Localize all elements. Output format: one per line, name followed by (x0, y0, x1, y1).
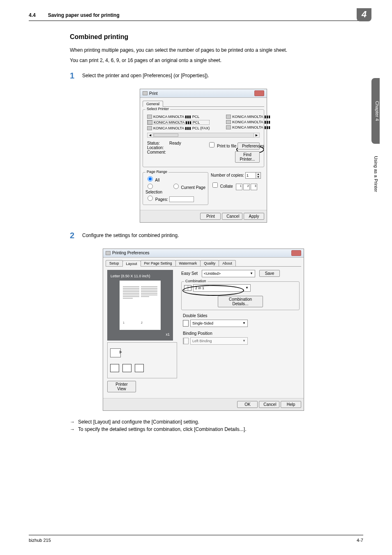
collate-checkbox[interactable] (212, 182, 218, 188)
printer-icon (226, 120, 231, 124)
apply-button[interactable]: Apply (244, 213, 264, 220)
preferences-buttons: OK Cancel Help (103, 398, 304, 410)
chevron-down-icon: ▼ (245, 286, 249, 290)
easyset-label: Easy Set (181, 271, 198, 276)
spin-buttons[interactable]: ▲▼ (256, 173, 261, 178)
preferences-button[interactable]: Preferences (238, 143, 260, 150)
tab-general[interactable]: General (143, 101, 163, 107)
collate-icon: 2 (243, 184, 250, 190)
chapter-badge: 4 (357, 8, 371, 21)
printer-item[interactable]: KONICA MINOLTA ▮▮▮ (226, 120, 270, 124)
status-label: Status: (147, 141, 160, 145)
tab-layout[interactable]: Layout (122, 260, 141, 267)
collate-icon: 1 (236, 184, 242, 190)
close-icon[interactable] (254, 90, 264, 96)
save-button[interactable]: Save (259, 270, 280, 277)
printer-icon (106, 251, 111, 255)
layout-icon (135, 364, 144, 372)
preview-panel: Letter (8.50 X 11.0 inch) 1 2 x1 (107, 270, 173, 341)
scroll-left-icon[interactable]: ◄ (148, 133, 153, 137)
ok-button[interactable]: OK (237, 401, 258, 408)
printer-item[interactable]: KONICA MINOLTA ▮▮▮ (226, 115, 270, 119)
comment-label: Comment: (147, 150, 208, 154)
printer-item[interactable]: KONICA MINOLTA ▮▮▮ PCL (FAX) (147, 126, 210, 130)
double-sides-label: Double Sides (183, 313, 300, 318)
printer-icon (147, 115, 152, 119)
step-number: 1 (70, 71, 82, 81)
tab-watermark[interactable]: Watermark (175, 260, 201, 266)
scroll-right-icon[interactable]: ► (254, 133, 259, 137)
step-number: 2 (70, 231, 82, 240)
page-range-selection-radio[interactable] (148, 184, 153, 189)
step-1: 1 Select the printer and open [Preferenc… (70, 71, 359, 81)
printer-preview-icon (110, 348, 121, 357)
binding-position-dropdown: Left Binding▼ (190, 337, 248, 345)
printer-item[interactable]: KONICA MINOLTA ▮▮▮ (226, 125, 270, 129)
copies-input[interactable] (246, 173, 256, 178)
preferences-titlebar: Printing Preferences (103, 249, 304, 258)
printer-icon (147, 126, 152, 130)
printer-icon (226, 115, 231, 119)
layout-icon (110, 364, 119, 372)
page-range-pages-input[interactable] (169, 196, 194, 202)
printer-item[interactable]: KONICA MINOLTA ▮▮▮ PCL (147, 115, 210, 119)
cancel-button[interactable]: Cancel (222, 213, 242, 220)
page-range-current-label: Current Page (181, 185, 205, 190)
chevron-down-icon: ▼ (242, 339, 246, 343)
print-dialog: Print General Select Printer KONICA MINO… (140, 89, 267, 223)
intro-para-2: You can print 2, 4, 6, 9, or 16 pages of… (70, 57, 359, 64)
tab-quality[interactable]: Quality (200, 260, 219, 266)
step-2: 2 Configure the settings for combined pr… (70, 231, 359, 240)
close-icon[interactable] (291, 250, 301, 256)
page-range-all-label: All (155, 178, 159, 182)
page-range-legend: Page Range (145, 170, 168, 174)
footer-right: 4-7 (357, 538, 363, 543)
print-tabs: General (143, 100, 264, 107)
select-printer-legend: Select Printer (145, 107, 170, 111)
page-footer: bizhub 215 4-7 (29, 535, 363, 543)
page-range-group: Page Range All Selection Current Page Pa… (143, 172, 208, 205)
section-number: 4.4 (29, 12, 36, 18)
tab-per-page[interactable]: Per Page Setting (141, 260, 176, 266)
print-to-file-checkbox[interactable] (209, 142, 214, 147)
page-range-pages-label: Pages: (155, 197, 168, 202)
print-dialog-title: Print (149, 91, 158, 96)
step-text: Configure the settings for combined prin… (82, 231, 359, 238)
collate-icon: 3 (251, 184, 257, 190)
printer-icon (143, 91, 148, 95)
printer-list-scrollbar[interactable]: ◄ ► (147, 133, 260, 138)
cancel-button[interactable]: Cancel (259, 401, 279, 408)
single-sided-icon (183, 320, 189, 327)
tab-about[interactable]: About (219, 260, 236, 266)
combination-group: Combination 2 in 1▼ Combination Details.… (181, 281, 300, 310)
paper-preview-icon: 1 2 (120, 281, 161, 330)
preferences-dialog: Printing Preferences Setup Layout Per Pa… (103, 249, 304, 411)
main-content: Combined printing When printing multiple… (70, 33, 359, 432)
double-sides-dropdown[interactable]: Single-Sided▼ (190, 320, 248, 327)
page-range-pages-radio[interactable] (148, 196, 153, 201)
printer-item-selected[interactable]: KONICA MINOLTA ▮▮▮ PCL (147, 120, 210, 125)
subsection-heading: Combined printing (70, 33, 359, 41)
collate-label: Collate (220, 184, 233, 189)
select-printer-group: Select Printer KONICA MINOLTA ▮▮▮ PCL KO… (143, 109, 264, 167)
page-range-all-radio[interactable] (148, 176, 153, 182)
side-text-using: Using as a Printer (372, 152, 380, 196)
printer-view-button[interactable]: Printer View (107, 381, 136, 392)
scroll-thumb[interactable] (154, 134, 178, 137)
tab-setup[interactable]: Setup (106, 260, 123, 266)
print-dialog-buttons: Print Cancel Apply (140, 210, 267, 222)
combination-dropdown[interactable]: 2 in 1▼ (193, 284, 251, 292)
easyset-dropdown[interactable]: <Untitled>▼ (202, 270, 255, 277)
find-printer-button[interactable]: Find Printer... (235, 151, 260, 163)
arrow-icon: → (70, 419, 78, 425)
help-button[interactable]: Help (281, 401, 301, 408)
copies-label: Number of copies: (211, 173, 244, 177)
print-button[interactable]: Print (200, 213, 221, 220)
page-range-current-radio[interactable] (173, 184, 179, 189)
printer-list[interactable]: KONICA MINOLTA ▮▮▮ PCL KONICA MINOLTA ▮▮… (145, 112, 261, 133)
copies-stepper[interactable]: ▲▼ (245, 172, 261, 179)
intro-para-1: When printing multiple pages, you can se… (70, 46, 359, 54)
bullet-text: To specify the detailed settings for com… (78, 426, 247, 432)
preferences-title: Printing Preferences (112, 251, 150, 255)
combination-details-button[interactable]: Combination Details... (218, 296, 263, 307)
